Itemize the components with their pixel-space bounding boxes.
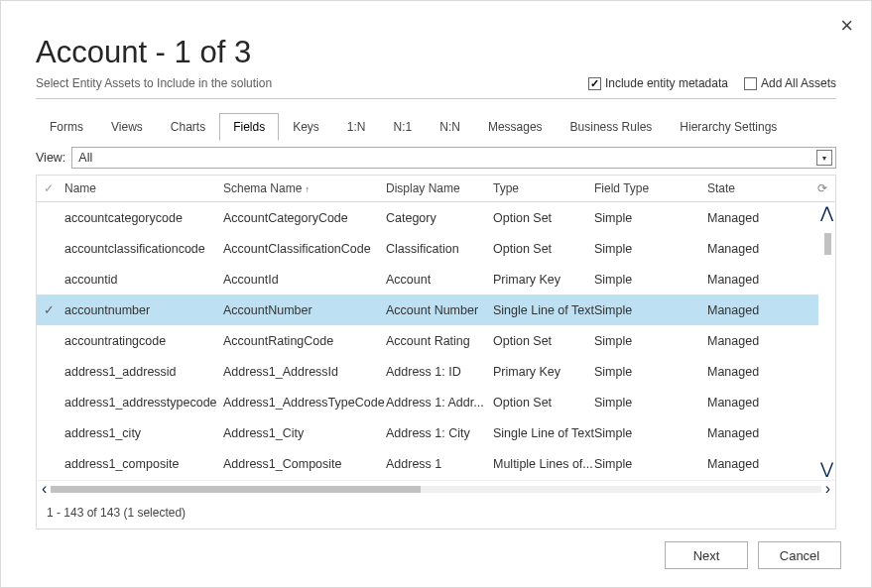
scroll-down-icon[interactable]: ⋁	[820, 458, 833, 480]
tab-1-n[interactable]: 1:N	[333, 113, 380, 141]
sort-asc-icon: ↑	[305, 184, 310, 194]
cell-display: Address 1: City	[386, 426, 493, 440]
checkbox-icon	[588, 77, 601, 90]
cell-type: Primary Key	[493, 273, 594, 287]
fields-grid: ✓ Name Schema Name↑ Display Name Type Fi…	[36, 175, 836, 529]
cell-state: Managed	[707, 303, 810, 317]
add-all-assets-label: Add All Assets	[761, 76, 836, 90]
cell-schema: Address1_AddressTypeCode	[223, 396, 386, 410]
scroll-thumb[interactable]	[824, 233, 831, 255]
cell-state: Managed	[707, 242, 810, 256]
col-display[interactable]: Display Name	[386, 181, 493, 195]
cell-type: Multiple Lines of...	[493, 457, 594, 471]
cell-name: address1_composite	[61, 457, 223, 471]
col-type[interactable]: Type	[493, 181, 594, 195]
table-row[interactable]: accountratingcodeAccountRatingCodeAccoun…	[37, 325, 835, 356]
cell-ftype: Simple	[594, 242, 707, 256]
table-row[interactable]: accountclassificationcodeAccountClassifi…	[37, 233, 835, 264]
col-schema[interactable]: Schema Name↑	[223, 181, 386, 195]
view-value: All	[78, 151, 92, 165]
cell-type: Option Set	[493, 396, 594, 410]
table-row[interactable]: accountidAccountIdAccountPrimary KeySimp…	[37, 264, 835, 294]
next-button[interactable]: Next	[665, 541, 748, 569]
cell-type: Option Set	[493, 242, 594, 256]
scroll-right-icon[interactable]: ›	[825, 481, 830, 497]
cell-schema: Address1_City	[223, 426, 386, 440]
col-ftype[interactable]: Field Type	[594, 181, 707, 195]
scroll-thumb[interactable]	[51, 486, 421, 493]
vertical-scrollbar[interactable]: ⋀ ⋁	[818, 202, 835, 480]
tab-business-rules[interactable]: Business Rules	[557, 113, 667, 141]
table-row[interactable]: address1_compositeAddress1_CompositeAddr…	[37, 448, 835, 479]
chevron-down-icon: ▼	[816, 150, 832, 166]
table-row[interactable]: ✓accountnumberAccountNumberAccount Numbe…	[37, 294, 835, 325]
table-row[interactable]: address1_addressidAddress1_AddressIdAddr…	[37, 356, 835, 387]
view-select[interactable]: All ▼	[71, 147, 836, 169]
tab-bar: FormsViewsChartsFieldsKeys1:NN:1N:NMessa…	[36, 113, 836, 141]
horizontal-scrollbar[interactable]: ‹ ›	[37, 480, 835, 497]
grid-header: ✓ Name Schema Name↑ Display Name Type Fi…	[37, 176, 835, 202]
cell-ftype: Simple	[594, 211, 707, 225]
select-all-checkbox[interactable]: ✓	[37, 181, 61, 195]
cell-display: Address 1	[386, 457, 493, 471]
scroll-up-icon[interactable]: ⋀	[820, 202, 833, 224]
tab-n-1[interactable]: N:1	[380, 113, 427, 141]
cell-ftype: Simple	[594, 426, 707, 440]
cell-state: Managed	[707, 396, 810, 410]
cell-state: Managed	[707, 457, 810, 471]
page-subtitle: Select Entity Assets to Include in the s…	[36, 76, 272, 90]
cell-schema: Address1_AddressId	[223, 365, 386, 379]
tab-messages[interactable]: Messages	[474, 113, 557, 141]
cell-state: Managed	[707, 334, 810, 348]
cell-state: Managed	[707, 211, 810, 225]
view-label: View:	[36, 151, 65, 165]
cell-type: Single Line of Text	[493, 426, 594, 440]
cell-ftype: Simple	[594, 365, 707, 379]
checkbox-icon	[744, 77, 757, 90]
scroll-left-icon[interactable]: ‹	[42, 481, 47, 497]
cell-ftype: Simple	[594, 303, 707, 317]
close-icon[interactable]: ×	[840, 15, 853, 37]
col-name[interactable]: Name	[61, 181, 223, 195]
table-row[interactable]: address1_addresstypecodeAddress1_Address…	[37, 387, 835, 417]
tab-forms[interactable]: Forms	[36, 113, 97, 141]
cell-ftype: Simple	[594, 396, 707, 410]
row-checkbox[interactable]: ✓	[37, 302, 61, 317]
include-metadata-checkbox[interactable]: Include entity metadata	[588, 76, 728, 90]
cell-name: accountid	[61, 273, 223, 287]
refresh-icon[interactable]: ⟳	[810, 181, 835, 195]
cell-ftype: Simple	[594, 334, 707, 348]
cell-name: accountcategorycode	[61, 211, 223, 225]
cell-ftype: Simple	[594, 457, 707, 471]
include-metadata-label: Include entity metadata	[605, 76, 728, 90]
cell-state: Managed	[707, 273, 810, 287]
tab-views[interactable]: Views	[97, 113, 157, 141]
cell-display: Account	[386, 273, 493, 287]
cancel-button[interactable]: Cancel	[758, 541, 841, 569]
tab-hierarchy-settings[interactable]: Hierarchy Settings	[666, 113, 791, 141]
cell-name: accountnumber	[61, 303, 223, 317]
cell-name: address1_city	[61, 426, 223, 440]
tab-n-n[interactable]: N:N	[426, 113, 474, 141]
tab-keys[interactable]: Keys	[279, 113, 333, 141]
cell-type: Option Set	[493, 211, 594, 225]
cell-name: address1_addresstypecode	[61, 396, 223, 410]
tab-charts[interactable]: Charts	[157, 113, 219, 141]
table-row[interactable]: address1_cityAddress1_CityAddress 1: Cit…	[37, 417, 835, 448]
cell-state: Managed	[707, 426, 810, 440]
cell-ftype: Simple	[594, 273, 707, 287]
cell-type: Option Set	[493, 334, 594, 348]
cell-schema: AccountCategoryCode	[223, 211, 386, 225]
cell-type: Primary Key	[493, 365, 594, 379]
cell-schema: AccountId	[223, 273, 386, 287]
cell-type: Single Line of Text	[493, 303, 594, 317]
table-row[interactable]: accountcategorycodeAccountCategoryCodeCa…	[37, 202, 835, 233]
col-state[interactable]: State	[707, 181, 810, 195]
status-bar: 1 - 143 of 143 (1 selected)	[37, 497, 835, 529]
cell-name: accountclassificationcode	[61, 242, 223, 256]
tab-fields[interactable]: Fields	[219, 113, 279, 141]
add-all-assets-checkbox[interactable]: Add All Assets	[744, 76, 836, 90]
cell-schema: AccountRatingCode	[223, 334, 386, 348]
cell-schema: AccountNumber	[223, 303, 386, 317]
cell-display: Address 1: Addr...	[386, 396, 493, 410]
